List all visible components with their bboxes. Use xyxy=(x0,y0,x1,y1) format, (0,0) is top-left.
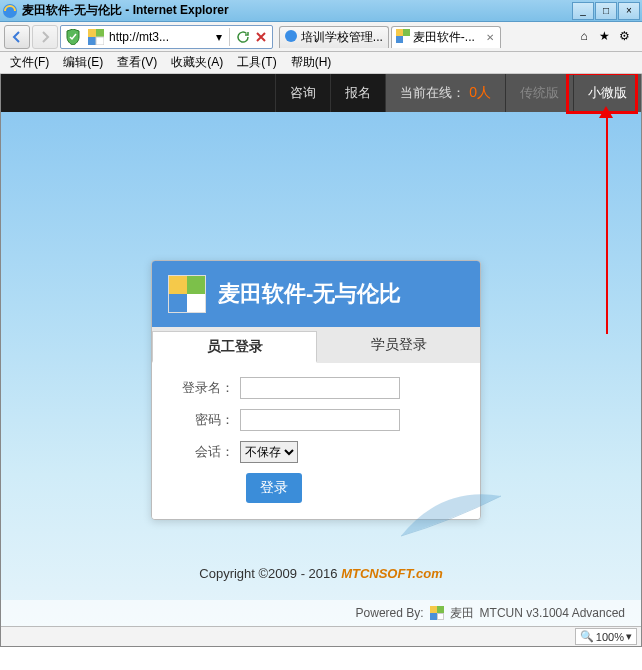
powered-by-label: Powered By: xyxy=(356,606,424,620)
tab-favicon-icon xyxy=(284,29,298,46)
svg-rect-2 xyxy=(96,29,104,37)
nav-consult[interactable]: 咨询 xyxy=(275,74,330,112)
browser-tab[interactable]: 麦田软件-... ✕ xyxy=(391,26,501,48)
session-select[interactable]: 不保存 xyxy=(240,441,298,463)
menu-file[interactable]: 文件(F) xyxy=(4,52,55,73)
status-bar: 🔍 100% ▾ xyxy=(1,626,641,646)
security-shield-icon[interactable] xyxy=(63,27,83,47)
svg-rect-3 xyxy=(88,37,96,45)
footer-brand: 麦田 xyxy=(450,605,474,622)
password-label: 密码： xyxy=(158,411,240,429)
svg-rect-6 xyxy=(396,29,403,36)
chevron-down-icon: ▾ xyxy=(626,630,632,643)
svg-rect-8 xyxy=(396,36,403,43)
window-titlebar: 麦田软件-无与伦比 - Internet Explorer _ □ × xyxy=(0,0,642,22)
refresh-icon[interactable] xyxy=(235,29,251,45)
menu-view[interactable]: 查看(V) xyxy=(111,52,163,73)
browser-tabs: 培训学校管理... 麦田软件-... ✕ xyxy=(275,26,574,48)
username-label: 登录名： xyxy=(158,379,240,397)
address-bar[interactable]: http://mt3... ▾ xyxy=(60,25,273,49)
favicon-icon xyxy=(88,29,104,45)
footer-logo-icon xyxy=(430,606,444,620)
page-content: 咨询 报名 当前在线： 0人 传统版 小微版 麦田软件-无与伦比 员工登录 学员… xyxy=(0,74,642,647)
favorites-icon[interactable]: ★ xyxy=(596,28,612,44)
decorative-leaf-icon xyxy=(391,476,511,546)
annotation-arrow xyxy=(605,114,609,334)
session-label: 会话： xyxy=(158,443,240,461)
panel-header: 麦田软件-无与伦比 xyxy=(152,261,480,327)
svg-point-5 xyxy=(285,30,297,42)
menu-favorites[interactable]: 收藏夹(A) xyxy=(165,52,229,73)
browser-tab[interactable]: 培训学校管理... xyxy=(279,26,389,48)
online-label: 当前在线： xyxy=(400,84,465,102)
address-url[interactable]: http://mt3... xyxy=(107,30,211,44)
copyright-brand[interactable]: MTCNSOFT.com xyxy=(341,566,443,581)
copyright-line: Copyright ©2009 - 2016 MTCNSOFT.com xyxy=(1,566,641,581)
zoom-icon: 🔍 xyxy=(580,630,594,643)
nav-micro[interactable]: 小微版 xyxy=(573,74,641,112)
login-tabs: 员工登录 学员登录 xyxy=(152,327,480,363)
username-input[interactable] xyxy=(240,377,400,399)
svg-rect-4 xyxy=(96,37,104,45)
back-button[interactable] xyxy=(4,25,30,49)
window-title: 麦田软件-无与伦比 - Internet Explorer xyxy=(22,2,572,19)
svg-rect-7 xyxy=(403,29,410,36)
tab-label: 培训学校管理... xyxy=(301,29,384,46)
tab-favicon-icon xyxy=(396,29,410,46)
tab-student-login[interactable]: 学员登录 xyxy=(317,327,480,363)
menu-bar: 文件(F) 编辑(E) 查看(V) 收藏夹(A) 工具(T) 帮助(H) xyxy=(0,52,642,74)
login-button[interactable]: 登录 xyxy=(246,473,302,503)
online-count: 0人 xyxy=(469,84,491,102)
zoom-value: 100% xyxy=(596,631,624,643)
menu-edit[interactable]: 编辑(E) xyxy=(57,52,109,73)
nav-toolbar: http://mt3... ▾ 培训学校管理... 麦田软件-... ✕ ⌂ ★… xyxy=(0,22,642,52)
home-icon[interactable]: ⌂ xyxy=(576,28,592,44)
tools-icon[interactable]: ⚙ xyxy=(616,28,632,44)
brand-logo-icon xyxy=(168,275,206,313)
menu-tools[interactable]: 工具(T) xyxy=(231,52,282,73)
menu-help[interactable]: 帮助(H) xyxy=(285,52,338,73)
password-input[interactable] xyxy=(240,409,400,431)
window-maximize-button[interactable]: □ xyxy=(595,2,617,20)
panel-title: 麦田软件-无与伦比 xyxy=(218,279,401,309)
tab-label: 麦田软件-... xyxy=(413,29,481,46)
nav-online: 当前在线： 0人 xyxy=(385,74,505,112)
forward-button[interactable] xyxy=(32,25,58,49)
footer-strip: Powered By: 麦田 MTCUN v3.1004 Advanced xyxy=(1,600,641,626)
nav-legacy[interactable]: 传统版 xyxy=(505,74,573,112)
address-dropdown-icon[interactable]: ▾ xyxy=(211,30,227,44)
window-minimize-button[interactable]: _ xyxy=(572,2,594,20)
ie-icon xyxy=(2,3,18,19)
svg-rect-1 xyxy=(88,29,96,37)
tab-staff-login[interactable]: 员工登录 xyxy=(152,331,317,363)
zoom-control[interactable]: 🔍 100% ▾ xyxy=(575,628,637,645)
window-close-button[interactable]: × xyxy=(618,2,640,20)
footer-version: MTCUN v3.1004 Advanced xyxy=(480,606,625,620)
site-topnav: 咨询 报名 当前在线： 0人 传统版 小微版 xyxy=(1,74,641,112)
copyright-text: Copyright ©2009 - 2016 xyxy=(199,566,341,581)
nav-signup[interactable]: 报名 xyxy=(330,74,385,112)
stop-icon[interactable] xyxy=(253,29,269,45)
tab-close-icon[interactable]: ✕ xyxy=(484,31,496,43)
